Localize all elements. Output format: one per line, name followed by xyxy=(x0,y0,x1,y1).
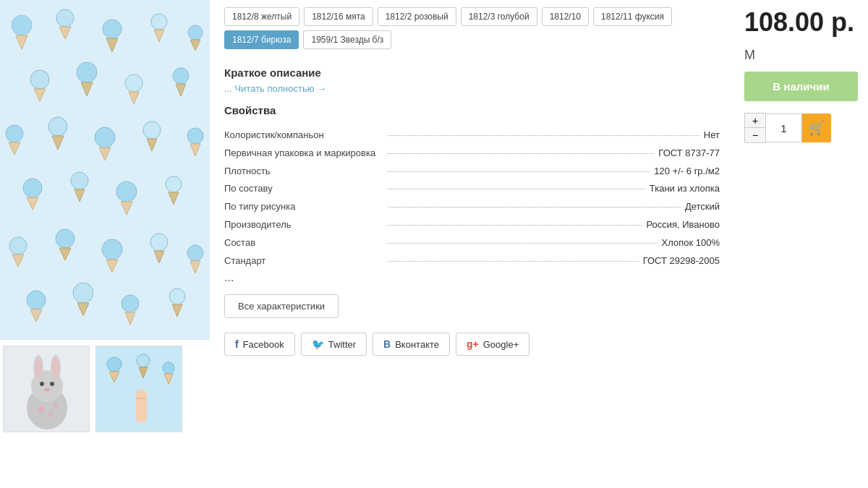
svg-point-36 xyxy=(166,176,182,192)
prop-label-composition: По составу xyxy=(224,181,383,197)
twitter-share-button[interactable]: 🐦 Twitter xyxy=(301,333,367,356)
facebook-label: Facebook xyxy=(243,339,284,350)
svg-point-20 xyxy=(6,125,23,142)
prop-row-manufacturer: Производитель Россия, Иваново xyxy=(224,218,720,233)
svg-point-26 xyxy=(143,121,161,139)
svg-point-4 xyxy=(56,9,74,27)
social-row: f Facebook 🐦 Twitter В Вконтакте g+ Goog… xyxy=(224,333,720,356)
svg-point-28 xyxy=(187,128,203,144)
svg-point-6 xyxy=(103,20,122,38)
quantity-plus-button[interactable]: + xyxy=(745,114,765,128)
svg-point-48 xyxy=(27,291,46,309)
prop-row-packaging: Первичная упаковка и маркировка ГОСТ 873… xyxy=(224,146,720,161)
svg-point-72 xyxy=(137,354,150,367)
prop-dots xyxy=(388,127,699,136)
svg-point-24 xyxy=(95,127,115,147)
thumbnail-bunny[interactable] xyxy=(3,346,90,432)
prop-dots-7 xyxy=(388,234,658,244)
quantity-minus-button[interactable]: − xyxy=(745,128,765,142)
prop-row-density: Плотность 120 +/- 6 гр./м2 xyxy=(224,164,720,179)
svg-point-16 xyxy=(125,74,142,92)
product-price: 108.00 р. xyxy=(744,7,858,38)
properties-ellipsis: ... xyxy=(224,271,720,284)
google-plus-label: Google+ xyxy=(483,339,519,350)
prop-row-pattern-type: По типу рисунка Детский xyxy=(224,200,720,215)
facebook-icon: f xyxy=(235,338,239,350)
svg-rect-77 xyxy=(136,390,147,398)
svg-point-50 xyxy=(73,283,93,303)
svg-point-42 xyxy=(102,239,122,260)
svg-point-63 xyxy=(40,382,44,386)
prop-label-manufacturer: Производитель xyxy=(224,218,383,233)
properties-list: Колористик/компаньон Нет Первичная упако… xyxy=(224,128,720,268)
svg-point-54 xyxy=(169,288,185,304)
svg-point-46 xyxy=(187,245,203,261)
properties-title: Свойства xyxy=(224,104,720,116)
variant-btn-1812-7[interactable]: 1812/7 бирюза xyxy=(224,30,299,49)
svg-point-70 xyxy=(107,357,122,372)
thumbnail-pattern[interactable] xyxy=(95,346,182,432)
prop-value-density: 120 +/- 6 гр./м2 xyxy=(654,164,720,179)
in-stock-button[interactable]: В наличии xyxy=(744,72,858,101)
prop-value-composition: Ткани из хлопка xyxy=(650,181,720,197)
price-unit: М xyxy=(744,48,858,63)
prop-label-density: Плотность xyxy=(224,164,383,179)
svg-point-67 xyxy=(48,413,53,417)
prop-label-standard: Стандарт xyxy=(224,254,383,269)
variant-btn-1812-16[interactable]: 1812/16 мята xyxy=(304,7,373,26)
vkontakte-icon: В xyxy=(383,338,391,350)
quantity-controls: + − xyxy=(744,113,766,143)
prop-value-standard: ГОСТ 29298-2005 xyxy=(643,254,720,269)
svg-point-62 xyxy=(53,358,59,378)
all-characteristics-button[interactable]: Все характеристики xyxy=(224,294,339,318)
facebook-share-button[interactable]: f Facebook xyxy=(224,333,295,356)
prop-dots-5 xyxy=(388,198,681,207)
prop-dots-2 xyxy=(388,145,654,154)
image-section xyxy=(0,0,210,488)
prop-row-standard: Стандарт ГОСТ 29298-2005 xyxy=(224,254,720,269)
svg-point-30 xyxy=(23,179,42,197)
variant-btn-1812-11[interactable]: 1812/11 фуксия xyxy=(593,7,672,26)
variant-btn-1812-2[interactable]: 1812/2 розовый xyxy=(378,7,456,26)
svg-point-65 xyxy=(44,388,50,391)
prop-value-pattern-type: Детский xyxy=(685,200,720,215)
svg-point-18 xyxy=(173,68,189,84)
prop-dots-6 xyxy=(388,216,642,226)
svg-point-74 xyxy=(163,362,174,374)
prop-row-colorist: Колористик/компаньон Нет xyxy=(224,128,720,143)
prop-row-content: Состав Хлопок 100% xyxy=(224,236,720,251)
prop-dots-8 xyxy=(388,252,639,262)
prop-dots-3 xyxy=(388,163,650,172)
svg-point-22 xyxy=(48,117,67,136)
google-plus-share-button[interactable]: g+ Google+ xyxy=(456,333,529,356)
description-title: Краткое описание xyxy=(224,67,720,79)
svg-point-44 xyxy=(150,234,168,251)
variant-btn-1812-10[interactable]: 1812/10 xyxy=(542,7,589,26)
prop-label-pattern-type: По типу рисунка xyxy=(224,200,383,215)
details-section: 1812/8 желтый 1812/16 мята 1812/2 розовы… xyxy=(210,0,734,488)
svg-point-60 xyxy=(35,358,41,378)
read-more-link[interactable]: ... Читать полностью → xyxy=(224,83,720,94)
add-to-cart-button[interactable]: 🛒 xyxy=(802,114,831,142)
prop-row-composition: По составу Ткани из хлопка xyxy=(224,181,720,197)
cart-icon: 🛒 xyxy=(809,120,825,136)
svg-point-52 xyxy=(122,295,139,312)
svg-point-68 xyxy=(54,403,58,408)
variant-btn-1812-3[interactable]: 1812/3 голубой xyxy=(461,7,537,26)
prop-label-packaging: Первичная упаковка и маркировка xyxy=(224,146,383,161)
prop-label-content: Состав xyxy=(224,236,383,251)
variant-btn-1959-1[interactable]: 1959/1 Звезды б/з xyxy=(303,30,391,49)
prop-label-colorist: Колористик/компаньон xyxy=(224,128,383,143)
svg-point-10 xyxy=(188,25,203,40)
svg-point-8 xyxy=(151,14,167,30)
svg-point-12 xyxy=(30,70,49,89)
svg-point-40 xyxy=(56,229,75,248)
prop-value-colorist: Нет xyxy=(704,128,720,143)
variant-btn-1812-8[interactable]: 1812/8 желтый xyxy=(224,7,299,26)
prop-dots-4 xyxy=(388,180,645,189)
vkontakte-share-button[interactable]: В Вконтакте xyxy=(373,333,450,356)
prop-value-content: Хлопок 100% xyxy=(662,236,720,251)
svg-point-38 xyxy=(9,237,27,254)
prop-value-packaging: ГОСТ 8737-77 xyxy=(658,146,720,161)
quantity-input[interactable] xyxy=(766,114,802,142)
